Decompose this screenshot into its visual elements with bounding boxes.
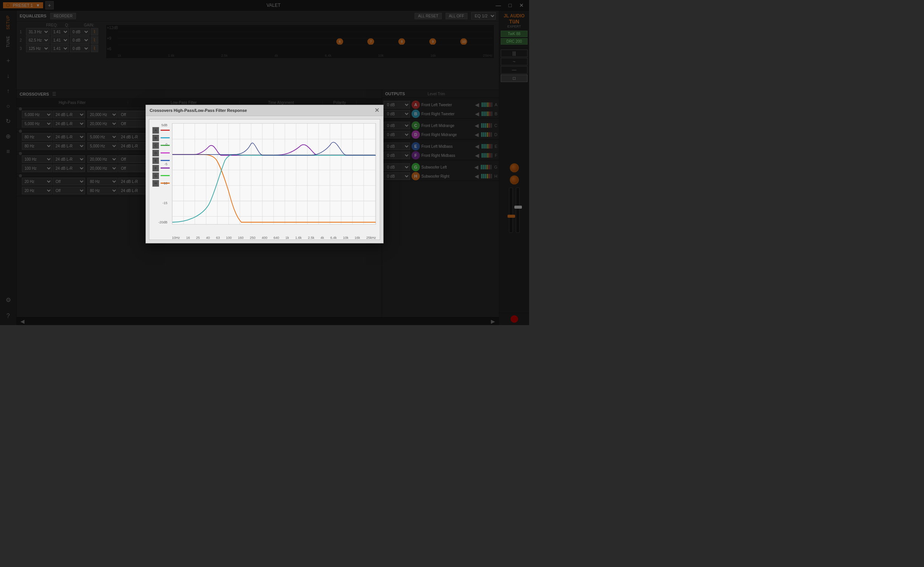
x-100: 100 <box>226 236 232 240</box>
modal-close-button[interactable]: ✕ <box>375 107 379 113</box>
y-label-n15: -15 <box>163 201 167 205</box>
x-1.6k: 1.6k <box>295 236 302 240</box>
filter-response-modal: Crossovers High-Pass/Low-Pass Filter Res… <box>145 105 384 243</box>
x-2.5k: 2.5k <box>308 236 314 240</box>
chart-x-labels: 10Hz 16 25 40 63 100 160 250 400 640 1k … <box>172 235 376 240</box>
x-400: 400 <box>262 236 267 240</box>
x-25khz: 25kHz <box>366 236 376 240</box>
x-63: 63 <box>216 236 220 240</box>
modal-overlay[interactable]: Crossovers High-Pass/Low-Pass Filter Res… <box>0 0 529 325</box>
modal-header: Crossovers High-Pass/Low-Pass Filter Res… <box>146 105 383 116</box>
chart-inner <box>172 123 376 225</box>
modal-title: Crossovers High-Pass/Low-Pass Filter Res… <box>150 108 247 113</box>
x-10hz: 10Hz <box>172 236 180 240</box>
x-40: 40 <box>206 236 210 240</box>
x-25: 25 <box>196 236 200 240</box>
modal-body: A B C D E <box>146 116 383 243</box>
x-6.4k: 6.4k <box>330 236 337 240</box>
y-label-n20: -20dB <box>158 220 167 224</box>
x-640: 640 <box>274 236 279 240</box>
y-label-n10: -10 <box>163 181 167 185</box>
curve-narrow-bp <box>172 142 376 155</box>
curve-highpass <box>172 154 376 222</box>
x-16: 16 <box>186 236 190 240</box>
curve-bandpass <box>172 144 376 155</box>
x-1k: 1k <box>285 236 289 240</box>
x-16k: 16k <box>354 236 360 240</box>
x-160: 160 <box>238 236 244 240</box>
y-label-n5: -5 <box>164 162 167 166</box>
chart-y-labels: 5dB 0 -5 -10 -15 -20dB <box>149 123 169 225</box>
y-label-5db: 5dB <box>161 123 167 127</box>
x-4k: 4k <box>320 236 324 240</box>
x-10k: 10k <box>343 236 348 240</box>
filter-chart: A B C D E <box>149 119 380 240</box>
x-250: 250 <box>250 236 255 240</box>
y-label-0: 0 <box>166 143 167 146</box>
chart-svg <box>172 124 376 224</box>
